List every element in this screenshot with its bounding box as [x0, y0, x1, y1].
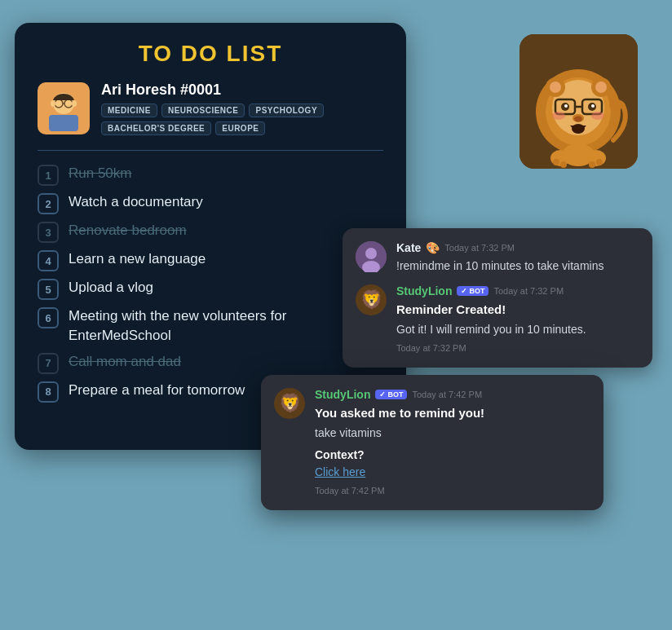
todo-num-3: 3	[38, 222, 59, 243]
lion-image	[519, 34, 638, 169]
avatar	[38, 82, 90, 134]
click-here-link[interactable]: Click here	[315, 464, 589, 481]
studylion-chat-header-2: StudyLion BOT Today at 7:42 PM	[315, 388, 589, 401]
kate-avatar	[356, 241, 387, 272]
studylion-time-2: Today at 7:42 PM	[412, 390, 482, 399]
studylion-avatar-2: 🦁	[274, 388, 305, 419]
kate-emoji: 🎨	[426, 241, 440, 254]
svg-point-24	[574, 117, 582, 122]
studylion-body-1: Reminder Created! Got it! I will remind …	[396, 301, 639, 355]
kate-chat-content: Kate 🎨 Today at 7:32 PM !remindme in 10 …	[396, 241, 639, 275]
svg-point-14	[550, 82, 561, 93]
studylion-time-1: Today at 7:32 PM	[493, 286, 564, 296]
svg-rect-1	[49, 115, 78, 131]
svg-point-6	[51, 100, 55, 107]
todo-num-7: 7	[38, 353, 59, 374]
svg-point-35	[609, 99, 622, 112]
bot-badge-1: BOT	[457, 286, 489, 296]
studylion-chat-content-2: StudyLion BOT Today at 7:42 PM You asked…	[315, 388, 589, 497]
studylion-name-1: StudyLion	[396, 284, 452, 297]
svg-point-32	[560, 161, 567, 168]
profile-name: Ari Horesh #0001	[101, 82, 383, 99]
todo-list: 1 Run 50km 2 Watch a documentary 3 Renov…	[38, 164, 383, 403]
bot-badge-2: BOT	[375, 390, 407, 399]
svg-point-34	[596, 159, 603, 165]
todo-text-7: Call mom and dad	[69, 352, 181, 372]
svg-point-26	[552, 112, 565, 120]
profile-section: Ari Horesh #0001 MEDICINE NEUROSCIENCE P…	[38, 82, 383, 135]
kate-name: Kate	[396, 241, 421, 254]
todo-text-8: Prepare a meal for tomorrow	[69, 381, 245, 400]
tag-psychology: PSYCHOLOGY	[249, 104, 324, 117]
profile-info: Ari Horesh #0001 MEDICINE NEUROSCIENCE P…	[101, 82, 383, 135]
todo-text-5: Upload a vlog	[69, 278, 153, 297]
tag-degree: BACHELOR'S DEGREE	[101, 121, 211, 135]
svg-point-7	[72, 100, 77, 107]
tags-row: MEDICINE NEUROSCIENCE PSYCHOLOGY BACHELO…	[101, 104, 383, 135]
todo-num-5: 5	[38, 279, 59, 300]
studylion-chat-content-1: StudyLion BOT Today at 7:32 PM Reminder …	[396, 284, 639, 355]
tag-neuroscience: NEUROSCIENCE	[161, 104, 245, 117]
kate-chat-header: Kate 🎨 Today at 7:32 PM	[396, 241, 639, 254]
svg-point-25	[572, 124, 585, 134]
divider	[38, 150, 383, 151]
todo-item-5: 5 Upload a vlog	[38, 278, 383, 300]
todo-title: TO DO LIST	[38, 41, 383, 67]
todo-item-4: 4 Learn a new language	[38, 249, 383, 271]
todo-text-6: Meeting with the new volunteers for Ente…	[69, 306, 383, 346]
chat-card-2: 🦁 StudyLion BOT Today at 7:42 PM You ask…	[261, 375, 603, 510]
todo-text-1: Run 50km	[69, 164, 131, 183]
todo-text-4: Learn a new language	[69, 249, 206, 269]
todo-item-2: 2 Watch a documentary	[38, 192, 383, 214]
kate-message-body: !remindme in 10 minutes to take vitamins	[396, 258, 639, 275]
todo-text-2: Watch a documentary	[69, 192, 203, 212]
chat-message-studylion-2: 🦁 StudyLion BOT Today at 7:42 PM You ask…	[274, 388, 589, 497]
todo-text-3: Renovate bedroom	[69, 221, 187, 240]
studylion-body-2: You asked me to remind you! take vitamin…	[315, 404, 589, 497]
todo-num-6: 6	[38, 307, 59, 328]
todo-item-7: 7 Call mom and dad	[38, 352, 383, 374]
todo-num-1: 1	[38, 165, 59, 186]
svg-point-15	[595, 82, 607, 93]
svg-point-37	[365, 248, 377, 259]
todo-item-6: 6 Meeting with the new volunteers for En…	[38, 306, 383, 346]
svg-point-31	[553, 159, 559, 165]
profile-id: #0001	[180, 82, 221, 98]
todo-num-8: 8	[38, 381, 59, 403]
kate-time: Today at 7:32 PM	[444, 243, 515, 253]
chat-message-kate: Kate 🎨 Today at 7:32 PM !remindme in 10 …	[356, 241, 639, 275]
todo-item-1: 1 Run 50km	[38, 164, 383, 186]
svg-point-27	[591, 112, 604, 120]
svg-point-33	[589, 161, 595, 168]
todo-item-3: 3 Renovate bedroom	[38, 221, 383, 243]
chat-card-1: Kate 🎨 Today at 7:32 PM !remindme in 10 …	[343, 228, 652, 368]
svg-point-22	[591, 104, 595, 108]
todo-num-2: 2	[38, 193, 59, 214]
studylion-name-2: StudyLion	[315, 388, 370, 401]
studylion-chat-header-1: StudyLion BOT Today at 7:32 PM	[396, 284, 639, 297]
svg-point-21	[564, 104, 568, 108]
studylion-avatar-1: 🦁	[356, 284, 387, 315]
chat-message-studylion-1: 🦁 StudyLion BOT Today at 7:32 PM Reminde…	[356, 284, 639, 355]
todo-num-4: 4	[38, 250, 59, 271]
tag-medicine: MEDICINE	[101, 104, 157, 117]
tag-europe: EUROPE	[215, 121, 265, 135]
